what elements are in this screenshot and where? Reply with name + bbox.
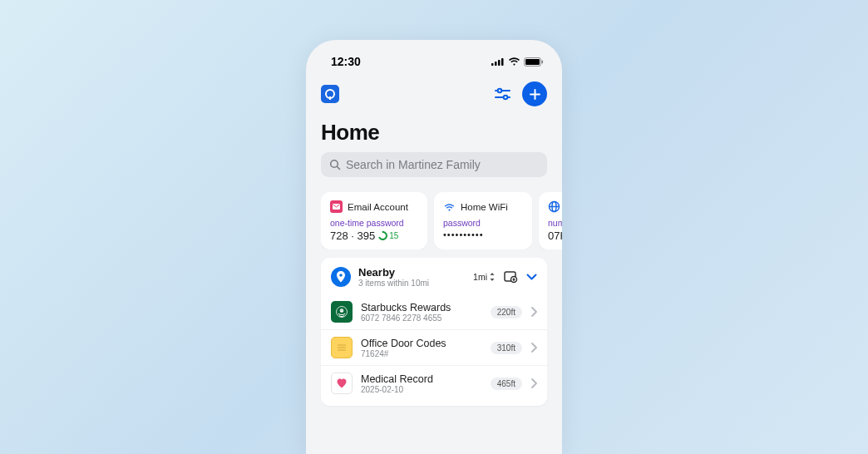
svg-point-21 <box>340 308 344 313</box>
location-pin-icon <box>331 267 351 287</box>
card-title: Home WiFi <box>461 202 508 212</box>
distance-selector[interactable]: 1mi <box>473 272 496 282</box>
email-icon <box>330 200 343 213</box>
toolbar <box>306 73 562 108</box>
item-subtitle: 6072 7846 2278 4655 <box>361 313 482 323</box>
card-subtitle: password <box>443 218 523 228</box>
app-logo-icon[interactable] <box>321 85 339 103</box>
chevron-down-icon[interactable] <box>526 274 537 280</box>
chevron-right-icon <box>530 307 537 317</box>
card-subtitle: num <box>548 218 562 228</box>
card-partial[interactable]: I num 07H <box>539 192 562 249</box>
map-icon[interactable] <box>504 271 518 284</box>
chevron-right-icon <box>530 378 537 388</box>
wifi-icon <box>508 57 520 67</box>
note-icon <box>331 337 353 358</box>
svg-point-10 <box>504 95 508 99</box>
svg-rect-3 <box>501 58 504 66</box>
sort-icon <box>489 273 496 281</box>
card-value: •••••••••• <box>443 229 523 239</box>
phone-frame: 12:30 Home Search in Martinez Family <box>306 40 562 454</box>
card-email-account[interactable]: Email Account one-time password 728 · 39… <box>321 192 427 249</box>
content-area: Email Account one-time password 728 · 39… <box>306 185 562 406</box>
item-title: Office Door Codes <box>361 338 482 349</box>
status-bar: 12:30 <box>306 50 562 73</box>
item-title: Starbucks Rewards <box>361 302 482 313</box>
globe-icon <box>548 200 560 213</box>
svg-point-22 <box>341 310 342 311</box>
distance-badge: 465ft <box>491 378 522 390</box>
list-item[interactable]: Medical Record 2025-02-10 465ft <box>321 365 547 401</box>
list-item[interactable]: Office Door Codes 71624# 310ft <box>321 329 547 365</box>
svg-rect-0 <box>491 63 494 66</box>
card-subtitle: one-time password <box>330 218 418 228</box>
nearby-header: Nearby 3 items within 10mi 1mi <box>321 258 547 294</box>
card-value: 07H <box>548 229 562 242</box>
medical-icon <box>331 373 353 394</box>
search-placeholder: Search in Martinez Family <box>346 158 481 171</box>
list-item[interactable]: Starbucks Rewards 6072 7846 2278 4655 22… <box>321 294 547 329</box>
status-icons <box>491 57 544 67</box>
wifi-card-icon <box>443 200 456 213</box>
svg-rect-6 <box>542 60 544 63</box>
item-subtitle: 71624# <box>361 349 482 358</box>
search-icon <box>329 159 341 170</box>
page-title: Home <box>306 108 562 152</box>
otp-countdown: 15 <box>378 231 398 240</box>
item-title: Medical Record <box>361 373 482 385</box>
distance-badge: 220ft <box>491 306 522 318</box>
svg-rect-2 <box>498 60 501 66</box>
item-subtitle: 2025-02-10 <box>361 385 482 394</box>
starbucks-icon <box>331 301 353 323</box>
svg-rect-5 <box>525 59 540 65</box>
signal-icon <box>491 57 505 66</box>
distance-badge: 310ft <box>491 342 522 354</box>
nearby-list: Starbucks Rewards 6072 7846 2278 4655 22… <box>321 294 547 406</box>
card-title: Email Account <box>348 202 408 212</box>
nearby-section: Nearby 3 items within 10mi 1mi <box>321 258 547 406</box>
plus-icon <box>529 88 541 101</box>
nearby-subtitle: 3 items within 10mi <box>358 279 466 288</box>
card-home-wifi[interactable]: Home WiFi password •••••••••• <box>434 192 532 249</box>
svg-point-8 <box>498 88 502 92</box>
battery-icon <box>524 57 544 67</box>
add-button[interactable] <box>522 81 547 106</box>
pinned-cards-row[interactable]: Email Account one-time password 728 · 39… <box>321 192 562 249</box>
svg-rect-1 <box>495 62 497 66</box>
search-input[interactable]: Search in Martinez Family <box>321 152 547 177</box>
svg-point-23 <box>343 310 343 311</box>
nearby-title: Nearby <box>358 266 466 279</box>
status-time: 12:30 <box>331 55 361 68</box>
card-value: 728 · 395 15 <box>330 229 418 242</box>
filter-icon[interactable] <box>495 87 510 101</box>
chevron-right-icon <box>530 343 537 353</box>
svg-line-12 <box>338 167 340 170</box>
